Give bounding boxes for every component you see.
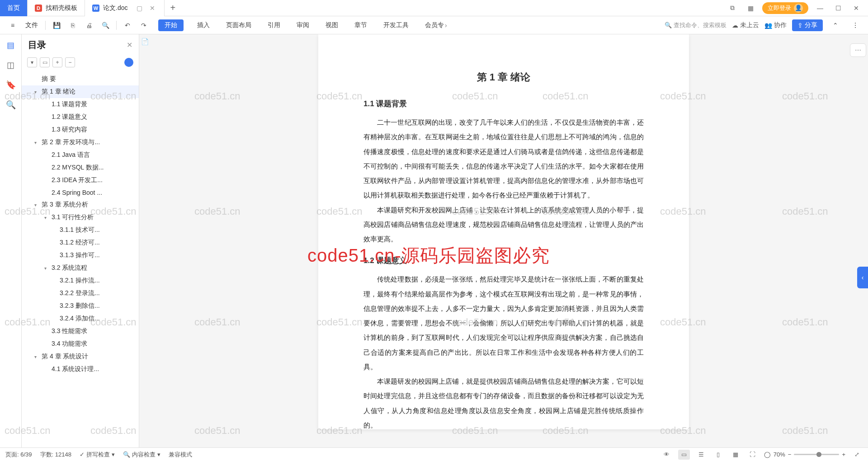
ribbon-tab-7[interactable]: 开发工具 [381,19,411,31]
page-counter[interactable]: 页面: 6/39 [5,451,32,459]
maximize-icon[interactable]: ☐ [832,2,844,14]
outline-view-icon[interactable]: ☰ [695,450,707,460]
template-side-icon[interactable]: ◫ [5,60,16,71]
toc-item[interactable]: 3.1.3 操作可... [22,249,139,262]
toc-collapse-all[interactable]: ▾ [27,57,37,67]
ribbon-tab-2[interactable]: 页面布局 [223,19,254,31]
toc-item[interactable]: 摘 要 [22,73,139,85]
zoom-out-icon[interactable]: − [788,451,792,458]
ribbon-tab-6[interactable]: 章节 [352,19,370,31]
login-button[interactable]: 立即登录 👤 [762,2,808,14]
print-icon[interactable]: 🖨 [82,18,96,33]
zoom-slider[interactable] [794,454,839,455]
toc-item[interactable]: 1.2 课题意义 [22,111,139,123]
toc-item[interactable]: 3.2.3 删除信... [22,300,139,312]
toc-item[interactable]: 3.2.4 添加信... [22,312,139,325]
ribbon-tab-5[interactable]: 视图 [323,19,341,31]
fullscreen-view-icon[interactable]: ⛶ [747,450,759,460]
toc-item[interactable]: 2.4 Spring Boot ... [22,187,139,198]
spell-check[interactable]: ✓ 拼写检查 ▾ [80,451,115,459]
ribbon-tab-8[interactable]: 会员专 [422,19,447,31]
redo-icon[interactable]: ↷ [137,18,151,33]
word-count[interactable]: 字数: 12148 [40,451,71,459]
command-search[interactable]: 🔍 查找命令、搜索模板 [665,21,726,29]
ribbon-tab-3[interactable]: 引用 [265,19,283,31]
cloud-status[interactable]: ☁ 未上云 [732,21,759,29]
toc-item[interactable]: 2.1 Java 语言 [22,149,139,161]
eye-icon[interactable]: 👁 [661,450,673,460]
tab-document[interactable]: W 论文.doc ▢ ✕ [85,0,165,16]
undo-icon[interactable]: ↶ [120,18,135,33]
export-icon[interactable]: ⎘ [66,18,80,33]
toc-item[interactable]: 3.2.1 操作流... [22,274,139,287]
toc-settings-icon[interactable] [124,58,133,67]
zoom-in-icon[interactable]: + [842,451,845,458]
doc-marker-icon[interactable]: 📄 [141,38,153,50]
toc-item[interactable]: 1.1 课题背景 [22,98,139,111]
collab-button[interactable]: 👥 协作 [764,21,787,29]
toc-item[interactable]: 4.1 系统设计理... [22,363,139,376]
toc-item[interactable]: 3.3 性能需求 [22,325,139,338]
side-tag-icon[interactable]: ‹ [857,267,868,288]
toc-item-label: 2.4 Spring Boot ... [52,189,102,196]
search-icon[interactable]: 🔍 [5,99,16,110]
toc-item-label: 3.1.3 操作可... [60,251,100,259]
toc-item[interactable]: 1.3 研究内容 [22,123,139,136]
chevron-up-icon[interactable]: ⌃ [828,18,843,33]
read-view-icon[interactable]: ▯ [712,450,724,460]
toc-item-label: 2.1 Java 语言 [52,151,90,159]
toc-item-label: 3.2.1 操作流... [60,277,100,285]
tab-home[interactable]: 首页 [0,0,28,16]
zoom-control[interactable]: ◯ 70% − + [764,451,845,458]
toc-item[interactable]: 3.4 功能需求 [22,338,139,350]
grid-icon[interactable]: ▦ [744,2,757,14]
more-icon[interactable]: ⋯ [848,18,863,33]
close-icon[interactable]: ✕ [148,5,157,12]
toc-item[interactable]: 2.3 IDEA 开发工... [22,174,139,187]
minimize-icon[interactable]: — [814,2,826,14]
toc-item[interactable]: 2.2 MYSQL 数据... [22,161,139,174]
menu-icon[interactable]: ≡ [5,18,20,33]
fit-icon[interactable]: ⤢ [851,450,863,460]
doc-options-icon[interactable]: ⋯ [850,43,866,57]
web-view-icon[interactable]: ▦ [730,450,741,460]
save-icon[interactable]: 💾 [49,18,64,33]
toc-item[interactable]: ▾3.1 可行性分析 [22,211,139,224]
circle-icon[interactable]: ◯ [764,451,771,458]
close-window-icon[interactable]: ✕ [850,2,863,14]
toc-item[interactable]: ▾3.2 系统流程 [22,262,139,274]
toc-item[interactable]: 3.2.2 登录流... [22,287,139,300]
ribbon-tab-0[interactable]: 开始 [158,19,184,31]
toc-item-label: 摘 要 [42,75,56,83]
preview-icon[interactable]: 🔍 [98,18,113,33]
tab-templates[interactable]: D 找稻壳模板 [28,0,85,16]
compat-mode[interactable]: 兼容模式 [169,451,192,459]
toc-item[interactable]: ▾第 3 章 系统分析 [22,198,139,211]
section-2-para-1: 传统处理数据，必须是一张张纸，然后处理完毕又是统计在一张张纸上面，不断的重复处理… [363,272,644,374]
ribbon-tab-1[interactable]: 插入 [194,19,212,31]
toc-item[interactable]: 3.1.2 经济可... [22,236,139,249]
toc-mode[interactable]: ▭ [40,57,50,67]
toc-icon[interactable]: ▤ [5,40,16,51]
chapter-title: 第 1 章 绪论 [363,71,644,84]
toc-item-label: 3.3 性能需求 [52,327,87,335]
tab-add-button[interactable]: + [165,3,181,13]
template-icon: D [35,5,42,12]
ribbon-tab-4[interactable]: 审阅 [294,19,312,31]
layout-icon[interactable]: ⧉ [726,2,739,14]
toc-item[interactable]: 3.1.1 技术可... [22,224,139,236]
toc-item[interactable]: ▾第 4 章 系统设计 [22,350,139,363]
tab-nested-icon[interactable]: ▢ [135,5,144,12]
page-view-icon[interactable]: ▭ [678,450,690,460]
toc-collapse[interactable]: − [65,57,75,67]
file-menu[interactable]: 文件 [22,21,42,29]
content-check[interactable]: 🔍 内容检查 ▾ [123,451,160,459]
toc-item[interactable]: ▾第 2 章 开发环境与... [22,136,139,149]
toc-title: 目录 [28,39,46,51]
bookmark-icon[interactable]: 🔖 [5,80,16,90]
toc-close-icon[interactable]: ✕ [127,41,132,49]
toc-item[interactable]: ▾第 1 章 绪论 [22,85,139,98]
toc-expand[interactable]: + [52,57,62,67]
tab-templates-label: 找稻壳模板 [46,4,77,12]
share-button[interactable]: ⇪ 分享 [792,19,823,31]
